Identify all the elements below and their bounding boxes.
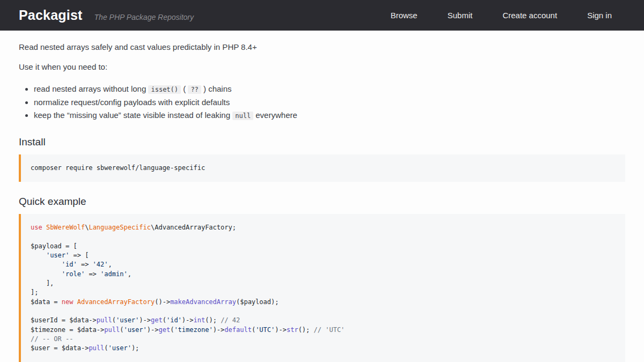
packagist-logo[interactable]: Packagist: [19, 8, 83, 23]
nav-create-account[interactable]: Create account: [502, 11, 557, 20]
intro-paragraph: Read nested arrays safely and cast value…: [19, 43, 625, 51]
code-line: 'user' => [: [31, 251, 616, 260]
code-line: $payload = [: [31, 242, 616, 251]
code-line: $timezone = $data->pull('user')->get('ti…: [31, 326, 616, 335]
readme-content: Read nested arrays safely and cast value…: [0, 31, 644, 362]
code-line: ],: [31, 279, 616, 288]
site-tagline: The PHP Package Repository: [94, 13, 194, 21]
nav-browse[interactable]: Browse: [391, 11, 418, 20]
use-case-list: read nested arrays without long isset() …: [34, 83, 625, 122]
code-line: [31, 307, 616, 316]
install-code-block: composer require sbwerewolf/language-spe…: [19, 154, 625, 182]
top-navbar: Packagist The PHP Package Repository Bro…: [0, 0, 644, 31]
brand-area: Packagist The PHP Package Repository: [19, 8, 194, 23]
nav-submit[interactable]: Submit: [448, 11, 473, 20]
nav-sign-in[interactable]: Sign in: [587, 11, 612, 20]
use-case-item: keep the “missing value” state visible i…: [34, 109, 625, 122]
code-line: [31, 353, 616, 362]
install-heading: Install: [19, 136, 625, 148]
code-line: use SbWereWolf\LanguageSpecific\Advanced…: [31, 223, 616, 232]
code-line: $user = $data->pull('user');: [31, 344, 616, 353]
code-line: $userId = $data->pull('user')->get('id')…: [31, 316, 616, 325]
example-code-block: use SbWereWolf\LanguageSpecific\Advanced…: [19, 214, 625, 362]
use-when-paragraph: Use it when you need to:: [19, 63, 625, 71]
code-line: 'id' => '42',: [31, 260, 616, 269]
inline-code: isset(): [148, 85, 181, 94]
main-nav: Browse Submit Create account Sign in: [391, 11, 625, 20]
install-command: composer require sbwerewolf/language-spe…: [31, 164, 205, 172]
code-line: // -- OR --: [31, 335, 616, 344]
code-line: [31, 233, 616, 242]
code-line: ];: [31, 288, 616, 297]
code-line: 'role' => 'admin',: [31, 270, 616, 279]
code-line: $data = new AdvancedArrayFactory()->make…: [31, 298, 616, 307]
quick-example-heading: Quick example: [19, 196, 625, 208]
inline-code: null: [232, 112, 253, 120]
inline-code: ??: [188, 85, 201, 94]
use-case-item: read nested arrays without long isset() …: [34, 83, 625, 96]
use-case-item: normalize request/config payloads with e…: [34, 96, 625, 109]
